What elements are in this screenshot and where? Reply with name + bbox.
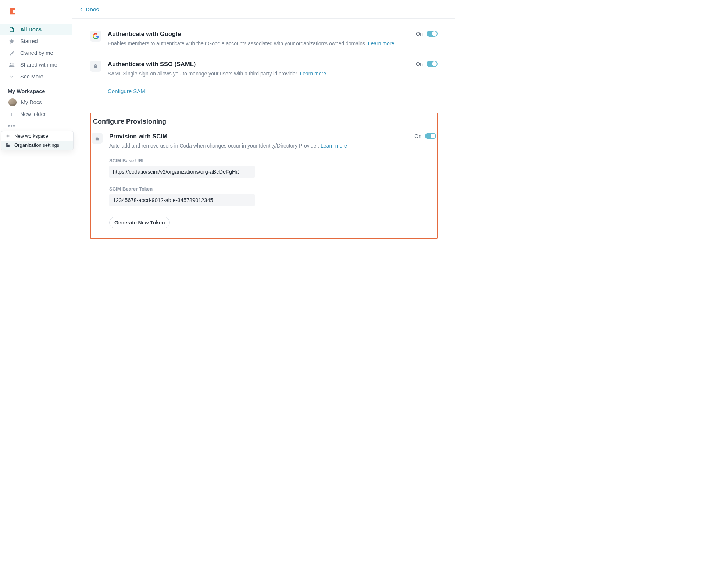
svg-rect-3 xyxy=(8,145,9,147)
plus-icon xyxy=(5,134,11,138)
setting-auth-sso: Authenticate with SSO (SAML) SAML Single… xyxy=(90,57,438,104)
learn-more-link[interactable]: Learn more xyxy=(368,40,395,46)
settings-content: Authenticate with Google Enables members… xyxy=(72,19,455,254)
sidebar: All Docs Starred Owned by me Shared with… xyxy=(0,0,72,359)
sidebar-item-label: Shared with me xyxy=(20,62,57,68)
configure-saml-link[interactable]: Configure SAML xyxy=(108,88,148,94)
setting-description: SAML Single-sign-on allows you to manage… xyxy=(108,70,410,78)
star-icon xyxy=(8,38,15,45)
sidebar-item-label: Starred xyxy=(20,38,38,44)
sidebar-item-shared[interactable]: Shared with me xyxy=(0,59,72,71)
setting-auth-google: Authenticate with Google Enables members… xyxy=(90,27,438,57)
setting-description: Enables members to authenticate with the… xyxy=(108,40,410,47)
back-to-docs-link[interactable]: Docs xyxy=(79,6,99,13)
sidebar-item-owned[interactable]: Owned by me xyxy=(0,47,72,59)
section-divider xyxy=(90,104,438,104)
setting-title: Authenticate with SSO (SAML) xyxy=(108,61,410,68)
people-icon xyxy=(8,61,15,68)
plus-icon xyxy=(8,111,15,117)
sidebar-item-label: See More xyxy=(20,74,43,79)
app-logo xyxy=(9,7,17,15)
setting-description: Auto-add and remove users in Coda when c… xyxy=(109,142,408,150)
doc-icon xyxy=(8,26,15,33)
chevron-left-icon xyxy=(79,6,83,13)
main-panel: Docs Authenticate with Google Enables me… xyxy=(72,0,455,359)
building-icon xyxy=(5,143,11,148)
flyout-item-label: New workspace xyxy=(14,133,48,139)
learn-more-link[interactable]: Learn more xyxy=(300,71,326,77)
scim-base-url-label: SCIM Base URL xyxy=(109,158,408,163)
setting-title: Authenticate with Google xyxy=(108,31,410,38)
auth-google-toggle[interactable] xyxy=(427,31,438,37)
svg-point-0 xyxy=(10,63,12,65)
svg-point-1 xyxy=(12,63,14,65)
svg-rect-5 xyxy=(7,144,7,144)
scim-token-value[interactable]: 12345678-abcd-9012-abfe-345789012345 xyxy=(109,194,255,206)
svg-rect-4 xyxy=(7,144,7,144)
auth-sso-toggle[interactable] xyxy=(427,61,438,67)
svg-rect-2 xyxy=(6,144,8,147)
generate-token-button[interactable]: Generate New Token xyxy=(109,217,170,228)
provisioning-section-highlight: Configure Provisioning Provision with SC… xyxy=(90,113,438,239)
toggle-state-label: On xyxy=(416,61,423,67)
setting-title: Provision with SCIM xyxy=(109,133,408,140)
chevron-down-icon xyxy=(8,73,15,80)
learn-more-link[interactable]: Learn more xyxy=(321,143,347,149)
sidebar-item-label: New folder xyxy=(20,111,46,117)
google-icon xyxy=(90,31,101,42)
sidebar-item-new-folder[interactable]: New folder xyxy=(0,108,72,120)
avatar xyxy=(8,98,17,106)
flyout-item-org-settings[interactable]: Organization settings xyxy=(1,141,73,150)
sidebar-more-menu-button[interactable]: ••• xyxy=(0,120,72,132)
toggle-state-label: On xyxy=(416,31,423,37)
sidebar-item-all-docs[interactable]: All Docs xyxy=(0,24,72,35)
sidebar-item-label: Owned by me xyxy=(20,50,53,56)
toggle-state-label: On xyxy=(414,133,421,139)
sidebar-item-label: My Docs xyxy=(21,99,42,105)
lock-icon xyxy=(90,61,101,72)
sidebar-item-label: All Docs xyxy=(20,26,42,32)
lock-icon xyxy=(92,133,103,144)
ellipsis-icon: ••• xyxy=(8,123,15,129)
workspace-flyout-menu: New workspace Organization settings xyxy=(1,131,74,150)
flyout-item-new-workspace[interactable]: New workspace xyxy=(1,131,73,141)
back-label: Docs xyxy=(86,6,99,13)
svg-rect-6 xyxy=(7,144,7,145)
scim-base-url-value[interactable]: https://coda.io/scim/v2/organizations/or… xyxy=(109,166,255,178)
provisioning-section-title: Configure Provisioning xyxy=(93,118,436,125)
pencil-icon xyxy=(8,50,15,56)
svg-rect-7 xyxy=(7,144,7,145)
workspace-heading: My Workspace xyxy=(0,82,72,96)
sidebar-item-starred[interactable]: Starred xyxy=(0,35,72,47)
flyout-item-label: Organization settings xyxy=(14,142,59,148)
scim-toggle[interactable] xyxy=(425,133,436,139)
topbar: Docs xyxy=(72,0,455,19)
sidebar-item-see-more[interactable]: See More xyxy=(0,71,72,82)
setting-scim: Provision with SCIM Auto-add and remove … xyxy=(92,129,436,228)
scim-token-label: SCIM Bearer Token xyxy=(109,186,408,192)
sidebar-item-my-docs[interactable]: My Docs xyxy=(0,96,72,108)
